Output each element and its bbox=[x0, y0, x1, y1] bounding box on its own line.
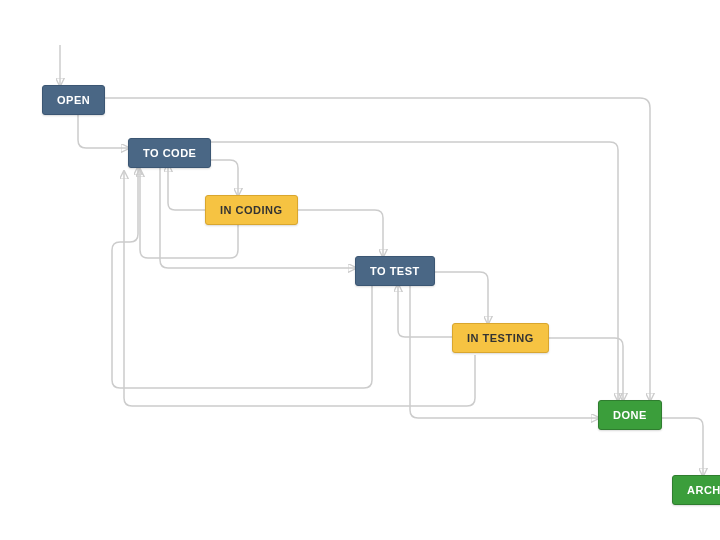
state-in-testing[interactable]: IN TESTING bbox=[452, 323, 549, 353]
state-label: TO TEST bbox=[370, 265, 420, 277]
state-label: IN CODING bbox=[220, 204, 283, 216]
state-label: TO CODE bbox=[143, 147, 196, 159]
state-label: OPEN bbox=[57, 94, 90, 106]
state-in-coding[interactable]: IN CODING bbox=[205, 195, 298, 225]
state-to-test[interactable]: TO TEST bbox=[355, 256, 435, 286]
state-label: DONE bbox=[613, 409, 647, 421]
state-archived[interactable]: ARCHI bbox=[672, 475, 720, 505]
state-open[interactable]: OPEN bbox=[42, 85, 105, 115]
state-done[interactable]: DONE bbox=[598, 400, 662, 430]
state-label: ARCHI bbox=[687, 484, 720, 496]
state-label: IN TESTING bbox=[467, 332, 534, 344]
state-to-code[interactable]: TO CODE bbox=[128, 138, 211, 168]
